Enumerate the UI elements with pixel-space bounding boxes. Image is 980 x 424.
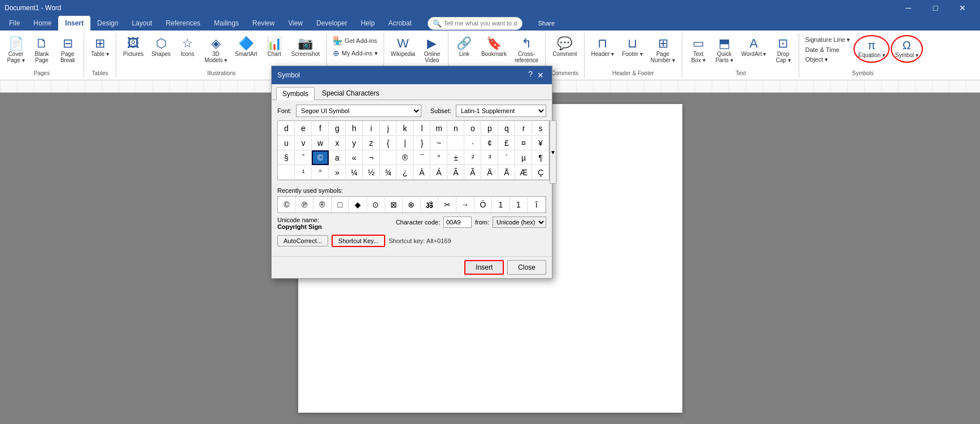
symbol-cell[interactable]: { bbox=[380, 136, 397, 150]
symbol-cell[interactable]: g bbox=[329, 121, 346, 136]
icons-button[interactable]: ☆ Icons bbox=[175, 35, 200, 59]
insert-button[interactable]: Insert bbox=[464, 260, 504, 275]
symbol-cell[interactable]: ´ bbox=[498, 150, 515, 165]
symbol-cell[interactable]: u bbox=[278, 136, 295, 150]
recent-symbol-i-hat[interactable]: î bbox=[528, 197, 546, 213]
dialog-close-button[interactable]: ✕ bbox=[535, 70, 546, 81]
symbol-cell[interactable]: h bbox=[346, 121, 363, 136]
recent-symbol-sound[interactable]: ℗ bbox=[296, 197, 314, 213]
symbol-cell[interactable]: d bbox=[278, 121, 295, 136]
recent-symbol-1[interactable]: 1 bbox=[492, 197, 510, 213]
shortcut-key-button[interactable]: Shortcut Key... bbox=[332, 235, 385, 247]
symbol-cell[interactable]: ¿ bbox=[397, 165, 413, 180]
symbol-cell[interactable]: ¬ bbox=[363, 150, 380, 165]
symbol-cell[interactable]: ° bbox=[312, 165, 329, 180]
symbol-cell[interactable]: n bbox=[447, 121, 464, 136]
symbol-cell[interactable]: ® bbox=[397, 150, 413, 165]
link-button[interactable]: 🔗 Link bbox=[452, 35, 477, 59]
online-video-button[interactable]: ▶ OnlineVideo bbox=[420, 35, 445, 66]
recent-symbol-diamond[interactable]: ◆ bbox=[349, 197, 367, 213]
share-button[interactable]: Share bbox=[532, 18, 561, 29]
tell-me-input[interactable] bbox=[444, 20, 517, 27]
symbol-cell[interactable]: ¥ bbox=[532, 136, 549, 150]
symbol-cell[interactable]: p bbox=[481, 121, 498, 136]
symbol-cell[interactable]: ¹ bbox=[295, 165, 312, 180]
close-button[interactable]: ✕ bbox=[949, 0, 975, 16]
recent-symbol-1b[interactable]: 1 bbox=[510, 197, 528, 213]
tab-insert[interactable]: Insert bbox=[58, 16, 90, 31]
symbol-cell[interactable]: · bbox=[464, 136, 481, 150]
symbol-cell[interactable]: Â bbox=[447, 165, 464, 180]
cross-reference-button[interactable]: ↰ Cross-reference bbox=[511, 35, 542, 66]
recent-symbol-circled-dot[interactable]: ⊙ bbox=[367, 197, 385, 213]
3d-models-button[interactable]: ◈ 3DModels ▾ bbox=[201, 35, 230, 66]
symbol-cell[interactable]: z bbox=[363, 136, 380, 150]
symbol-cell[interactable]: Æ bbox=[515, 165, 532, 180]
text-box-button[interactable]: ▭ TextBox ▾ bbox=[686, 35, 711, 66]
footer-button[interactable]: ⊔ Footer ▾ bbox=[619, 35, 646, 59]
tab-file[interactable]: File bbox=[2, 16, 27, 31]
tab-mailings[interactable]: Mailings bbox=[207, 16, 246, 31]
screenshot-button[interactable]: 📷 Screenshot bbox=[288, 35, 324, 59]
dialog-tab-symbols[interactable]: Symbols bbox=[276, 87, 315, 100]
recent-symbol-box-cross[interactable]: ⊗ bbox=[403, 197, 421, 213]
bookmark-button[interactable]: 🔖 Bookmark bbox=[478, 35, 510, 59]
symbol-cell[interactable] bbox=[278, 165, 295, 180]
autocorrect-button[interactable]: AutoCorrect... bbox=[277, 235, 328, 246]
symbol-cell[interactable]: ² bbox=[464, 150, 481, 165]
symbol-cell[interactable]: ¤ bbox=[515, 136, 532, 150]
symbol-button[interactable]: Ω Symbol ▾ bbox=[891, 35, 923, 63]
symbol-cell[interactable]: f bbox=[312, 121, 329, 136]
symbol-cell[interactable]: e bbox=[295, 121, 312, 136]
symbol-cell[interactable]: m bbox=[430, 121, 447, 136]
symbol-cell[interactable]: } bbox=[413, 136, 430, 150]
symbol-cell[interactable]: ­ bbox=[380, 150, 397, 165]
symbol-cell[interactable]: o bbox=[464, 121, 481, 136]
symbol-cell[interactable]: ¼ bbox=[346, 165, 363, 180]
symbol-cell[interactable]: À bbox=[413, 165, 430, 180]
recent-symbol-registered[interactable]: ® bbox=[313, 197, 332, 213]
grid-scroll-down[interactable]: ▼ bbox=[550, 120, 556, 184]
recent-symbol-o-umlaut[interactable]: Ö bbox=[474, 197, 493, 213]
symbol-cell[interactable]: Å bbox=[498, 165, 515, 180]
symbol-cell[interactable]: ± bbox=[447, 150, 464, 165]
object-button[interactable]: Object ▾ bbox=[803, 55, 852, 64]
wordart-button[interactable]: A WordArt ▾ bbox=[738, 35, 769, 59]
symbol-cell[interactable]: µ bbox=[515, 150, 532, 165]
symbol-cell[interactable]: ¶ bbox=[532, 150, 549, 165]
dialog-tab-special-characters[interactable]: Special Characters bbox=[316, 86, 385, 99]
minimize-button[interactable]: ─ bbox=[895, 0, 921, 16]
symbol-cell-selected[interactable]: © bbox=[312, 150, 329, 165]
tab-layout[interactable]: Layout bbox=[125, 16, 159, 31]
symbol-cell[interactable]: q bbox=[498, 121, 515, 136]
blank-page-button[interactable]: 🗋 BlankPage bbox=[29, 35, 54, 66]
page-number-button[interactable]: ⊞ PageNumber ▾ bbox=[647, 35, 678, 66]
symbol-cell[interactable]: ¢ bbox=[481, 136, 498, 150]
symbol-cell[interactable]: ³ bbox=[481, 150, 498, 165]
symbol-cell[interactable]: Ã bbox=[464, 165, 481, 180]
tab-help[interactable]: Help bbox=[354, 16, 382, 31]
symbol-cell[interactable]: ½ bbox=[363, 165, 380, 180]
symbol-cell[interactable] bbox=[447, 136, 464, 150]
drop-cap-button[interactable]: ⊡ DropCap ▾ bbox=[770, 35, 795, 66]
from-select[interactable]: Unicode (hex) bbox=[493, 217, 546, 228]
recent-symbol-scissors[interactable]: ✂ bbox=[438, 197, 456, 213]
tab-design[interactable]: Design bbox=[90, 16, 125, 31]
symbol-cell[interactable]: ~ bbox=[430, 136, 447, 150]
comment-button[interactable]: 💬 Comment bbox=[549, 35, 580, 59]
dialog-help-button[interactable]: ? bbox=[528, 70, 533, 81]
recent-symbol-copyright[interactable]: © bbox=[278, 197, 296, 213]
symbol-cell[interactable]: § bbox=[278, 150, 295, 165]
subset-select[interactable]: Latin-1 Supplement bbox=[456, 105, 546, 117]
char-code-input[interactable] bbox=[443, 217, 472, 228]
symbol-cell[interactable]: Ç bbox=[532, 165, 549, 180]
recent-symbol-arrow[interactable]: → bbox=[456, 197, 474, 213]
pictures-button[interactable]: 🖼 Pictures bbox=[120, 35, 147, 59]
wikipedia-button[interactable]: W Wikipedia bbox=[387, 35, 419, 59]
symbol-cell[interactable]: i bbox=[363, 121, 380, 136]
close-dialog-button[interactable]: Close bbox=[507, 260, 546, 275]
shapes-button[interactable]: ⬡ Shapes bbox=[148, 35, 174, 59]
signature-line-button[interactable]: Signature Line ▾ bbox=[803, 35, 852, 45]
symbol-cell[interactable]: j bbox=[380, 121, 397, 136]
tab-acrobat[interactable]: Acrobat bbox=[381, 16, 418, 31]
